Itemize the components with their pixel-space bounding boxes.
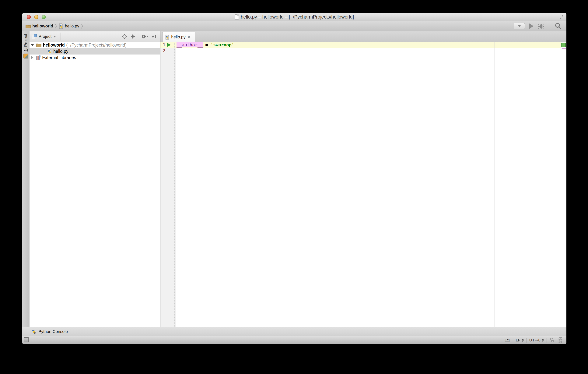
tree-external-libraries-label: External Libraries [42,55,76,60]
project-mnemonic: 1 [23,49,28,52]
toolbar-separator [550,23,550,29]
tree-file-name: hello.py [53,49,68,54]
highlighting-level-icon[interactable] [557,337,563,343]
project-stripe-label: : Project [23,34,28,49]
line-separator-widget[interactable]: LF [516,338,524,342]
python-file-icon [165,34,169,40]
status-bar: 1:1 LF UTF-8 [22,336,567,344]
folder-icon [36,43,42,47]
error-stripe-mark[interactable] [562,48,566,49]
fullscreen-icon[interactable] [559,15,564,19]
left-tool-stripe: 1: Project [22,32,30,327]
project-toolwindow-icon[interactable] [23,53,28,58]
tree-root-name: helloworld [43,43,65,48]
main-area: 1: Project Project [22,32,567,327]
breadcrumb: helloworld hello.py [26,21,83,32]
tree-row-root[interactable]: helloworld (~/PycharmProjects/helloworld… [30,42,160,48]
scroll-to-source-icon[interactable] [122,34,127,39]
python-file-icon [58,23,63,29]
project-view-icon [32,34,37,39]
breadcrumb-project[interactable]: helloworld [32,24,53,29]
unlock-icon[interactable] [549,337,555,343]
editor-body[interactable]: 1 2 __author__ = 'swaroop' [160,42,567,327]
folder-icon [26,24,31,28]
python-file-icon [47,49,52,54]
breadcrumb-chevron-icon [55,23,57,29]
tab-hello-py[interactable]: hello.py × [162,32,195,42]
collapsed-arrow-icon[interactable] [31,56,33,59]
tree-root-path: (~/PycharmProjects/helloworld) [66,43,126,48]
right-margin-guide [494,42,495,327]
inspection-status-indicator[interactable] [561,43,566,47]
breadcrumb-file[interactable]: hello.py [65,24,79,29]
status-separator [546,338,547,342]
libraries-icon [36,55,41,60]
collapse-all-icon[interactable] [130,34,136,39]
updown-arrows-icon [522,339,524,342]
tree-row-file-selected[interactable]: hello.py [30,48,160,54]
editor-gutter [160,42,176,327]
debug-button[interactable] [538,23,545,29]
code-line-1[interactable]: __author__ = 'swaroop' [177,42,234,48]
status-separator [526,338,527,342]
project-panel: Project [30,32,160,327]
toggle-toolwindows-icon[interactable] [24,337,29,342]
python-console-label: Python Console [38,329,68,334]
project-panel-header: Project [30,32,160,42]
navigation-bar: helloworld hello.py [22,21,567,32]
title-bar[interactable]: hello.py – helloworld – [~/PycharmProjec… [22,13,567,21]
code-string: 'swaroop' [210,43,234,47]
document-icon [235,14,239,20]
pycharm-window: hello.py – helloworld – [~/PycharmProjec… [22,13,567,344]
line-number: 2 [160,48,165,54]
close-tab-icon[interactable]: × [188,35,190,39]
toolbar-right [514,21,562,32]
run-configuration-select[interactable] [514,23,525,29]
panel-header-separator [61,32,61,41]
caret-position-widget[interactable]: 1:1 [505,338,510,342]
window-title-wrap: hello.py – helloworld – [~/PycharmProjec… [22,13,567,21]
breadcrumb-chevron-icon [81,23,83,29]
search-icon[interactable] [555,23,562,30]
line-separator-value: LF [516,338,520,342]
gear-icon[interactable] [141,34,149,39]
editor-tab-bar: hello.py × [160,32,567,42]
tool-button-project[interactable]: 1: Project [23,34,28,52]
status-widgets: 1:1 LF UTF-8 [505,336,563,344]
chevron-down-icon [53,36,56,37]
code-operator: = [203,43,210,47]
tree-row-external-libraries[interactable]: External Libraries [30,54,160,61]
gutter-separator [174,42,175,327]
bottom-tool-bar: Python Console [22,327,567,336]
window-title: hello.py – helloworld – [~/PycharmProjec… [241,14,354,20]
status-separator [513,338,513,342]
line-number: 1 [160,42,165,48]
project-panel-title: Project [39,34,52,39]
editor-area: hello.py × 1 2 __author__ = 'swaroop' [160,32,567,327]
run-line-marker-icon[interactable] [167,43,171,47]
hide-panel-icon[interactable] [152,34,157,39]
project-view-selector[interactable]: Project [32,32,56,42]
encoding-widget[interactable]: UTF-8 [529,338,544,342]
updown-arrows-icon [542,339,544,342]
run-button[interactable] [529,23,534,29]
chevron-down-icon [518,25,521,27]
expanded-arrow-icon[interactable] [31,44,34,46]
python-console-button[interactable]: Python Console [32,327,68,336]
encoding-value: UTF-8 [529,338,541,342]
python-console-icon [32,329,37,334]
tab-label: hello.py [171,35,186,40]
code-identifier: __author__ [177,43,203,47]
